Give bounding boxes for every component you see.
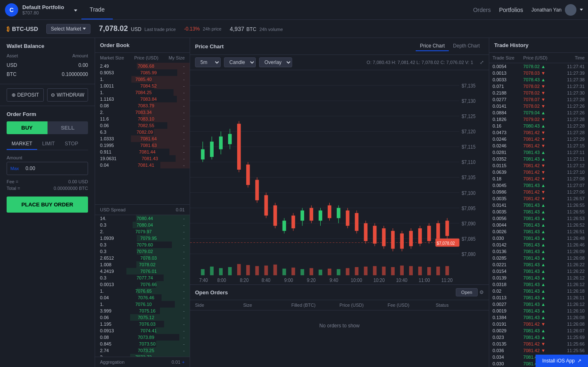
interval-select[interactable]: 5m 1m 15m 1h [195, 57, 221, 67]
bid-size: 0.06 [100, 315, 109, 320]
withdraw-button[interactable]: ⊖ WITHDRAW [47, 88, 88, 102]
order-book-bid-row[interactable]: 2.74 7073.25 - [95, 347, 190, 354]
chart-type-select[interactable]: Candle Line [224, 57, 256, 67]
order-book-bid-row[interactable]: 0.06 7075.12 - [95, 314, 190, 321]
ask-size: 11.6 [100, 116, 109, 121]
th-trade-size: 0.0056 [493, 216, 523, 221]
market-tab[interactable]: MARKET [7, 138, 37, 150]
th-trade-price: 7081.42 ▼ [523, 130, 554, 135]
th-trade-size: 0.0246 [493, 137, 523, 142]
th-trade-price: 7081.43 ▲ [523, 328, 554, 333]
order-book-bid-row[interactable]: 0.0013 7076.66 - [95, 281, 190, 288]
order-book-ask-row[interactable]: 1.0011 7084.52 - [95, 83, 190, 89]
open-orders-settings-icon[interactable]: ⚙ [479, 289, 484, 295]
svg-rect-69 [210, 267, 214, 275]
nav-orders[interactable]: Orders [473, 7, 491, 13]
order-book-bid-row[interactable]: 0.845 7073.50 - [95, 341, 190, 347]
th-trade-price: 7081.43 ▲ [523, 289, 554, 294]
price-chart-tab[interactable]: Price Chart [416, 41, 449, 51]
avatar [565, 4, 576, 16]
overlay-select[interactable]: Overlay [259, 57, 292, 67]
trade-history-row: 0.0035 7081.42 ▼ 11:26:57 [489, 195, 588, 202]
order-book-ask-row[interactable]: 0.1995 7081.63 - [95, 142, 190, 149]
order-book-ask-row[interactable]: 0.08 7083.79 - [95, 102, 190, 109]
svg-text:10:20: 10:20 [374, 277, 385, 283]
sell-tab[interactable]: SELL [48, 121, 88, 134]
chart-canvas: $7,078.02 $7,135 $7,130 $7,125 $7,120 $7… [190, 70, 489, 284]
install-banner[interactable]: Install iOS App ↗ [536, 355, 588, 367]
th-trade-size: 0.1826 [493, 117, 523, 122]
stop-tab[interactable]: STOP [60, 138, 83, 150]
chart-expand-icon[interactable]: ⤢ [480, 59, 484, 65]
order-book-ask-row[interactable]: 19.0631 7081.43 - [95, 155, 190, 162]
order-book-ask-row[interactable]: 11.6 7083.10 - [95, 116, 190, 122]
volume-value: 4,937 [230, 26, 244, 32]
order-book-bid-row[interactable]: 0.0913 7074.41 - [95, 327, 190, 334]
th-trade-size: 0.0027 [493, 302, 523, 307]
portfolio-selector[interactable]: Default Portfolio $707.80 [22, 4, 64, 15]
order-book-bid-row[interactable]: 0.3 7079.60 - [95, 242, 190, 248]
buy-tab[interactable]: BUY [7, 121, 48, 134]
th-trade-price: 7079.04 ▲ [523, 110, 554, 115]
order-book-bid-row[interactable]: 3.999 7075.16 - [95, 308, 190, 314]
bid-size: 0.08 [100, 335, 109, 340]
select-market-button[interactable]: Select Market [46, 24, 90, 34]
svg-rect-51 [373, 226, 377, 244]
order-book-ask-row[interactable]: 0.06 7082.55 - [95, 122, 190, 129]
trade-history-row: 0.0035 7081.43 ▲ 11:26:55 [489, 208, 588, 215]
order-book-ask-row[interactable]: 0.04 7081.41 - [95, 162, 190, 168]
trade-history-row: 0.0113 7081.43 ▲ 11:26:11 [489, 294, 588, 301]
nav-trade[interactable]: Trade [81, 0, 113, 19]
aggregation-add[interactable]: + [182, 360, 185, 365]
open-orders-button[interactable]: Open [456, 288, 478, 296]
order-book-ask-row[interactable]: 0.911 7081.44 - [95, 149, 190, 155]
deposit-withdraw-buttons: ⊕ DEPOSIT ⊖ WITHDRAW [0, 84, 95, 106]
order-book-bid-row[interactable]: 0.08 7073.89 - [95, 334, 190, 341]
ask-price: 7085.99 [140, 70, 157, 75]
deposit-button[interactable]: ⊕ DEPOSIT [7, 88, 44, 102]
trade-history-row: 0.0639 7081.42 ▼ 11:27:10 [489, 169, 588, 175]
trade-history-row: 0.1384 7081.43 ▲ 11:26:08 [489, 314, 588, 321]
logo-text: C [10, 7, 14, 13]
depth-chart-tab[interactable]: Depth Chart [449, 41, 484, 51]
order-book-bid-row[interactable]: 0.3 7080.04 - [95, 222, 190, 228]
order-book-bid-row[interactable]: 0.3 7077.74 - [95, 275, 190, 281]
nav-portfolios[interactable]: Portfolios [499, 7, 523, 13]
order-book-bid-row[interactable]: 0.04 7076.46 - [95, 294, 190, 301]
order-book-ask-row[interactable]: 2. 7083.34 - [95, 109, 190, 116]
order-book-ask-row[interactable]: 1.0333 7081.64 - [95, 135, 190, 142]
order-book-bid-row[interactable]: 4.2419 7076.01 - [95, 268, 190, 275]
th-trade-time: 11:26:12 [554, 275, 585, 280]
order-book-bid-row[interactable]: 0.3 7079.02 - [95, 248, 190, 255]
order-book-bid-row[interactable]: 1. 7076.10 - [95, 301, 190, 308]
th-trade-size: 0.0986 [493, 189, 523, 194]
order-book-bid-row[interactable]: 2. 7079.97 - [95, 228, 190, 235]
th-trade-time: 11:27:06 [554, 189, 585, 194]
place-order-button[interactable]: PLACE BUY ORDER [7, 197, 88, 213]
th-trade-size: 0.0352 [493, 156, 523, 161]
order-book-ask-row[interactable]: 0.9053 7085.99 - [95, 69, 190, 76]
order-book-bid-row[interactable]: 1.008 7078.02 - [95, 261, 190, 268]
amount-input[interactable] [22, 162, 88, 175]
th-trade-time: 11:25:66 [554, 341, 585, 346]
order-book-ask-row[interactable]: 1. 7085.40 - [95, 76, 190, 83]
order-book-bid-row[interactable]: 2. 7072.72 - [95, 354, 190, 357]
order-book-bid-row[interactable]: 1. 7076.65 - [95, 288, 190, 294]
trade-history-row: 0.0026 7081.43 ▲ 11:26:51 [489, 228, 588, 235]
order-book-ask-row[interactable]: 6.3 7082.09 - [95, 129, 190, 135]
order-book-bid-row[interactable]: 14. 7080.44 - [95, 215, 190, 222]
order-book-ask-row[interactable]: 1. 7084.25 - [95, 89, 190, 96]
th-trade-time: 11:27:15 [554, 143, 585, 148]
max-link[interactable]: Max [7, 163, 22, 174]
price-change-group: -0.13% 24h price [184, 26, 221, 32]
limit-tab[interactable]: LIMIT [37, 138, 60, 150]
portfolio-chevron[interactable] [74, 7, 77, 13]
th-trade-price: 7081.42 ▼ [523, 196, 554, 201]
order-book-bid-row[interactable]: 1.195 7076.03 - [95, 321, 190, 327]
order-book-bid-row[interactable]: 2.6512 7078.03 - [95, 255, 190, 261]
order-book-bid-row[interactable]: 1.0939 7079.95 - [95, 235, 190, 242]
user-info[interactable]: Jonathan Yan [531, 4, 583, 16]
spread-label: USD Spread [100, 207, 126, 212]
order-book-ask-row[interactable]: 2.49 7086.68 - [95, 63, 190, 69]
order-book-ask-row[interactable]: 1.1163 7083.84 - [95, 96, 190, 102]
